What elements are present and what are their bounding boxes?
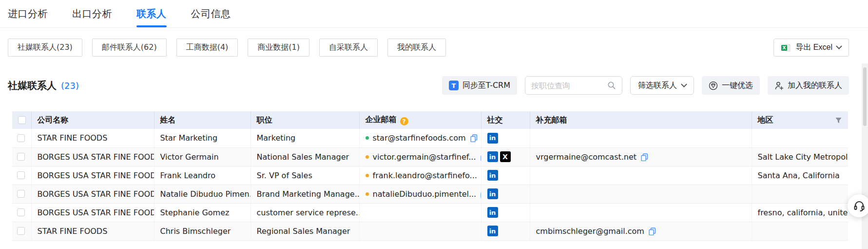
table-row: STAR FINE FOODSStar MarketingMarketingst… (12, 129, 848, 147)
one-key-optimize-label: 一键优选 (722, 81, 753, 91)
name-cell: Chris Bimschleger (154, 222, 251, 240)
filter-chip-1[interactable]: 邮件联系人(62) (92, 39, 167, 57)
corp-email-cell (359, 222, 481, 240)
col-header-extra-email: 补充邮箱 (530, 111, 752, 129)
col-header-name: 姓名 (154, 111, 251, 129)
extra-email-text: cmbimschleger@gmail.com (536, 227, 644, 236)
company-cell: BORGES USA STAR FINE FOODS (31, 147, 154, 166)
region-cell (752, 222, 848, 240)
sync-to-tcrm-button[interactable]: T 同步至T-CRM (442, 76, 517, 95)
x-twitter-icon[interactable]: X (500, 151, 511, 162)
filter-contacts-label: 筛选联系人 (638, 81, 677, 91)
section-count: (23) (61, 81, 79, 91)
social-cell: in (481, 129, 530, 147)
tab-company-info[interactable]: 公司信息 (191, 0, 231, 27)
row-checkbox[interactable] (17, 153, 25, 161)
company-cell: BORGES USA STAR FINE FOODS (31, 166, 154, 185)
tab-contacts[interactable]: 联系人 (136, 0, 167, 27)
row-checkbox[interactable] (17, 171, 25, 179)
vertical-scrollbar[interactable] (862, 63, 868, 249)
row-checkbox[interactable] (17, 208, 25, 216)
extra-email-text: vrgermaine@comcast.net (536, 152, 637, 162)
row-checkbox[interactable] (17, 227, 25, 235)
position-cell: Marketing (251, 129, 359, 147)
row-checkbox[interactable] (17, 134, 25, 142)
filter-chip-4[interactable]: 自采联系人 (319, 39, 378, 57)
filter-contacts-dropdown[interactable]: 筛选联系人 (630, 76, 694, 95)
name-cell: Natalie Dibuduo Pimen... (154, 185, 251, 203)
col-header-region: 地区 (752, 111, 848, 129)
filter-chip-2[interactable]: 工商数据(4) (176, 39, 238, 57)
name-cell: Stephanie Gomez (154, 203, 251, 222)
add-to-my-contacts-button[interactable]: 加入我的联系人 (768, 76, 849, 95)
linkedin-icon[interactable]: in (487, 133, 498, 144)
tab-export-analysis[interactable]: 出口分析 (72, 0, 112, 27)
social-cell: in (481, 203, 530, 222)
table-row: BORGES USA STAR FINE FOODSStephanie Gome… (12, 203, 848, 222)
row-checkbox[interactable] (17, 190, 25, 198)
corp-email-cell: natalieDibuduo.pimentel... (359, 185, 481, 203)
funnel-icon[interactable] (835, 117, 842, 124)
filter-chip-5[interactable]: 我的联系人 (387, 39, 446, 57)
person-plus-icon (774, 81, 784, 90)
copy-icon[interactable] (648, 227, 656, 235)
corp-email-cell: frank.leandro@starfinefo... (359, 166, 481, 185)
search-icon[interactable] (607, 81, 616, 90)
company-cell: STAR FINE FOODS (31, 222, 154, 240)
position-cell: National Sales Manager (251, 147, 359, 166)
linkedin-icon[interactable]: in (487, 207, 498, 218)
select-all-checkbox[interactable] (18, 116, 26, 124)
region-cell: Santa Ana, California (752, 166, 848, 185)
company-cell: BORGES USA STAR FINE FOODS (31, 203, 154, 222)
filter-chip-bar: 社媒联系人(23)邮件联系人(62)工商数据(4)商业数据(1)自采联系人我的联… (8, 39, 849, 57)
region-cell: Salt Lake City Metropol... (752, 147, 848, 166)
filter-chip-3[interactable]: 商业数据(1) (248, 39, 309, 57)
section-header: 社媒联系人 (23) T 同步至T-CRM 筛选联系人 (8, 76, 849, 95)
question-icon[interactable]: ? (400, 117, 408, 125)
headset-icon (853, 200, 866, 212)
linkedin-icon[interactable]: in (487, 188, 498, 199)
email-status-dot (366, 155, 369, 159)
section-title: 社媒联系人 (8, 79, 57, 92)
filter-chip-0[interactable]: 社媒联系人(23) (8, 39, 82, 57)
extra-email-cell (530, 166, 752, 185)
email-text: natalieDibuduo.pimentel... (373, 189, 477, 199)
linkedin-icon[interactable]: in (487, 151, 498, 162)
email-text: frank.leandro@starfinefo... (373, 171, 477, 180)
one-key-optimize-button[interactable]: 一键优选 (702, 76, 760, 95)
company-cell: BORGES USA STAR FINE FOODS (31, 185, 154, 203)
email-status-dot (366, 136, 369, 140)
tab-import-analysis[interactable]: 进口分析 (8, 0, 48, 27)
position-search-input[interactable] (531, 81, 607, 90)
linkedin-icon[interactable]: in (487, 226, 498, 236)
email-text: victor.germain@starfinef... (373, 152, 476, 162)
contacts-table: 公司名称 姓名 职位 企业邮箱? 社交 补充邮箱 地区 (12, 111, 848, 241)
export-excel-button[interactable]: X 导出 Excel (773, 39, 849, 57)
email-status-dot (366, 174, 369, 177)
corp-email-cell (359, 203, 481, 222)
extra-email-cell: cmbimschleger@gmail.com (530, 222, 752, 240)
table-header: 公司名称 姓名 职位 企业邮箱? 社交 补充邮箱 地区 (12, 111, 848, 129)
linkedin-icon[interactable]: in (487, 170, 498, 181)
col-header-corp-email: 企业邮箱? (359, 111, 481, 129)
scrollbar-thumb[interactable] (863, 67, 867, 126)
customer-support-button[interactable] (848, 194, 868, 217)
corp-email-cell: star@starfinefoods.com (359, 129, 481, 147)
excel-icon: X (781, 43, 791, 53)
position-cell: Sr. VP of Sales (251, 166, 359, 185)
corp-email-label: 企业邮箱 (366, 115, 397, 124)
copy-icon[interactable] (640, 153, 649, 161)
gem-circle-icon (709, 81, 718, 90)
filter-chips: 社媒联系人(23)邮件联系人(62)工商数据(4)商业数据(1)自采联系人我的联… (8, 39, 446, 57)
copy-icon[interactable] (470, 134, 478, 142)
position-cell: Brand Marketing Manage... (251, 185, 359, 203)
social-cell: in (481, 185, 530, 203)
company-cell: STAR FINE FOODS (31, 129, 154, 147)
t-crm-logo: T (449, 81, 459, 90)
export-excel-label: 导出 Excel (795, 42, 832, 53)
social-cell: in (481, 166, 530, 185)
contacts-page: 进口分析 出口分析 联系人 公司信息 社媒联系人(23)邮件联系人(62)工商数… (0, 0, 868, 249)
extra-email-cell (530, 185, 752, 203)
svg-text:X: X (783, 45, 786, 50)
toolbar: T 同步至T-CRM 筛选联系人 一键优选 (442, 76, 849, 95)
